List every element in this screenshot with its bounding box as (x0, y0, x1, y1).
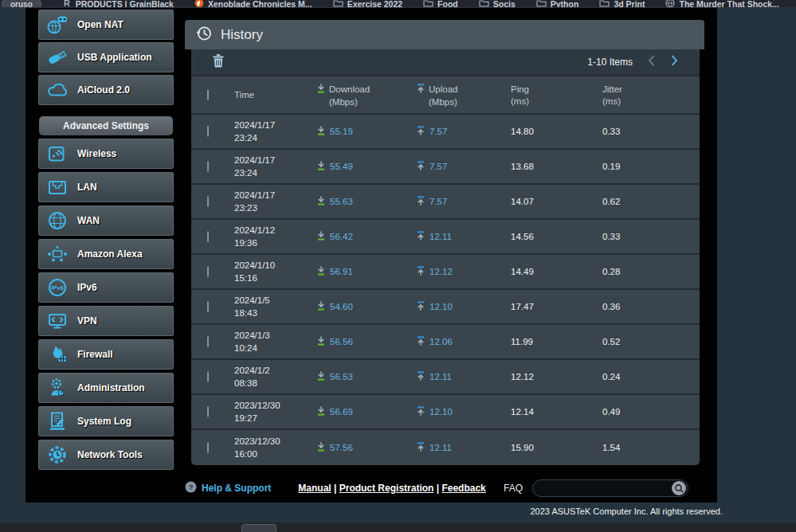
row-checkbox[interactable] (207, 371, 209, 382)
history-title-band: History (185, 20, 704, 49)
upload-cell: 12.06 (417, 336, 511, 347)
sidebar-item-label: USB Application (77, 52, 152, 63)
sidebar-item-administration[interactable]: Administration (38, 373, 174, 403)
faq-search-box (532, 479, 688, 497)
jitter-cell-value: 0.19 (602, 162, 620, 171)
bookmark-item[interactable]: Python (536, 0, 579, 7)
ping-cell: 13.68 (511, 162, 602, 171)
sidebar-item-aicloud-2-0[interactable]: AiCloud 2.0 (38, 75, 174, 105)
sidebar-item-firewall[interactable]: Firewall (38, 339, 174, 370)
bookmark-label: Python (551, 0, 579, 7)
history-table-container: 1-10 Items Time (191, 49, 700, 465)
nettools-icon (45, 443, 69, 467)
time-cell: 2023/12/3019:27 (234, 399, 317, 424)
download-cell: 55.49 (317, 161, 417, 172)
row-checkbox[interactable] (207, 442, 209, 453)
sidebar-item-lan[interactable]: LAN (38, 172, 174, 202)
page-title: History (221, 27, 263, 43)
site-letter-icon: R (62, 0, 72, 7)
bookmarks-bar: oruso RPRODUCTS | GrainBlackXenoblade Ch… (0, 0, 796, 7)
faq-search-input[interactable] (541, 483, 672, 494)
globe-icon (665, 0, 675, 7)
row-checkbox[interactable] (207, 126, 209, 137)
row-checkbox[interactable] (207, 196, 209, 207)
row-date: 2024/1/3 (234, 329, 317, 342)
jitter-cell-value: 0.49 (602, 407, 620, 417)
download-cell: 55.19 (317, 126, 417, 137)
pagination-next-icon[interactable] (670, 54, 679, 70)
sidebar-item-wan[interactable]: WAN (38, 205, 174, 236)
history-row: 2024/1/1723:2455.197.5714.800.33 (191, 115, 700, 150)
download-arrow-icon (317, 231, 325, 242)
pagination-prev-icon[interactable] (647, 54, 656, 70)
jitter-cell-value: 0.36 (602, 302, 620, 311)
search-magnifier-icon[interactable] (672, 481, 686, 495)
upload-arrow-icon (417, 231, 425, 242)
footer-link-product-registration[interactable]: Product Registration (339, 483, 434, 494)
sidebar-item-label: VPN (77, 315, 97, 327)
folder-icon (536, 0, 547, 7)
partial-bookmark-button[interactable]: oruso (2, 0, 41, 7)
bottom-partial-element (241, 524, 276, 532)
download-cell: 54.60 (317, 301, 417, 312)
upload-cell-value: 7.57 (429, 162, 447, 171)
row-date: 2024/1/10 (234, 259, 317, 272)
footer-link-feedback[interactable]: Feedback (441, 483, 485, 494)
row-checkbox[interactable] (207, 266, 209, 277)
download-cell: 56.42 (317, 231, 417, 242)
upload-arrow-icon (417, 371, 425, 382)
vpn-icon (45, 309, 69, 333)
upload-cell-value: 12.11 (429, 232, 452, 241)
link-separator: | (433, 483, 441, 494)
row-checkbox[interactable] (207, 406, 209, 417)
bookmark-item[interactable]: Exercise 2022 (333, 0, 402, 7)
ping-cell-value: 14.56 (511, 232, 534, 241)
col-header-upload: Upload (Mbps) (417, 84, 511, 107)
syslog-icon (45, 409, 69, 433)
usb-icon (45, 45, 69, 69)
history-row: 2024/1/1723:2355.637.5714.070.62 (191, 185, 700, 220)
wireless-icon (45, 142, 69, 166)
sidebar-item-network-tools[interactable]: Network Tools (38, 440, 174, 470)
help-support-link[interactable]: ? Help & Support (185, 481, 271, 495)
sidebar-item-amazon-alexa[interactable]: Amazon Alexa (38, 239, 174, 269)
row-time: 23:24 (234, 166, 317, 179)
bookmark-label: Food (437, 0, 458, 7)
upload-cell-value: 12.10 (429, 407, 453, 417)
sidebar-item-ipv6[interactable]: IPv6IPv6 (38, 272, 174, 303)
download-cell-value: 54.60 (330, 302, 353, 311)
row-checkbox[interactable] (207, 161, 209, 172)
ping-cell: 14.80 (511, 127, 602, 136)
row-checkbox[interactable] (207, 301, 209, 312)
bookmark-item[interactable]: Xenoblade Chronicles M... (194, 0, 312, 7)
bookmark-item[interactable]: 3d Print (599, 0, 645, 7)
time-cell: 2024/1/1015:16 (234, 259, 317, 284)
firewall-icon (45, 342, 69, 366)
bookmark-label: Socis (493, 0, 516, 7)
bookmark-item[interactable]: Food (423, 0, 458, 7)
bookmark-item[interactable]: Socis (479, 0, 516, 7)
jitter-cell: 1.54 (602, 443, 700, 452)
jitter-cell-value: 0.33 (602, 232, 620, 241)
aicloud-icon (45, 78, 69, 102)
sidebar-item-usb-application[interactable]: USB Application (38, 42, 174, 72)
ping-cell: 14.56 (511, 232, 602, 241)
sidebar-item-open-nat[interactable]: Open NAT (38, 10, 174, 40)
sidebar-item-system-log[interactable]: System Log (38, 406, 174, 436)
upload-cell: 12.10 (417, 406, 511, 417)
select-all-checkbox[interactable] (207, 89, 209, 100)
footer-link-manual[interactable]: Manual (298, 483, 331, 494)
folder-icon (333, 0, 343, 7)
folder-icon (423, 0, 433, 7)
wan-icon (45, 209, 69, 233)
bookmark-item[interactable]: The Murder That Shock... (665, 0, 778, 7)
time-cell: 2024/1/1723:23 (234, 189, 317, 214)
row-checkbox[interactable] (207, 231, 209, 242)
sidebar-item-vpn[interactable]: VPN (38, 306, 174, 336)
row-checkbox[interactable] (207, 336, 209, 347)
delete-trash-icon[interactable] (212, 53, 225, 72)
sidebar-item-wireless[interactable]: Wireless (38, 139, 174, 169)
ping-cell: 12.12 (511, 372, 602, 381)
bookmark-item[interactable]: RPRODUCTS | GrainBlack (62, 0, 174, 7)
sidebar-item-label: Wireless (77, 148, 116, 159)
